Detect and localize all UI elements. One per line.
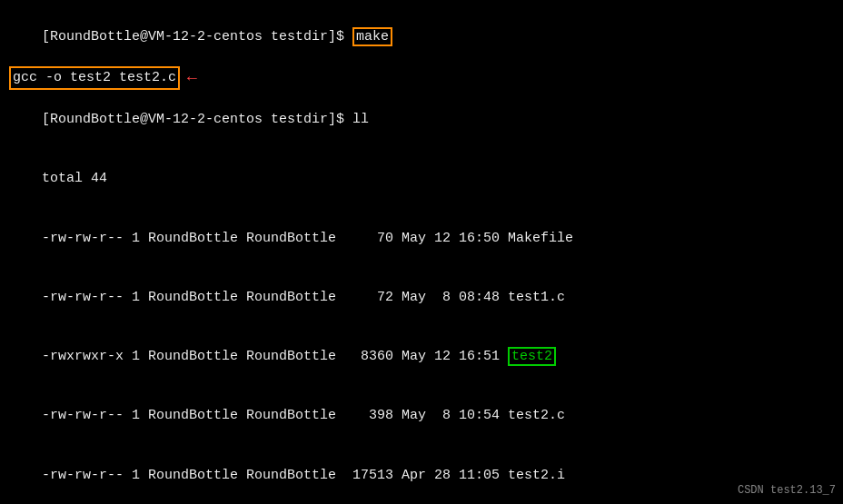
watermark: CSDN test2.13_7: [738, 483, 836, 499]
file-test2c: -rw-rw-r-- 1 RoundBottle RoundBottle 398…: [42, 408, 565, 423]
terminal: [RoundBottle@VM-12-2-centos testdir]$ ma…: [0, 0, 843, 504]
prompt-1: [RoundBottle@VM-12-2-centos testdir]$: [42, 29, 352, 44]
line-7: -rwxrwxr-x 1 RoundBottle RoundBottle 836…: [9, 327, 834, 386]
line-8: -rw-rw-r-- 1 RoundBottle RoundBottle 398…: [9, 387, 834, 446]
line-5: -rw-rw-r-- 1 RoundBottle RoundBottle 70 …: [9, 209, 834, 268]
line-1: [RoundBottle@VM-12-2-centos testdir]$ ma…: [9, 7, 834, 66]
cmd-make: make: [352, 27, 392, 46]
file-test2-name: test2: [508, 347, 556, 366]
line-2: gcc -o test2 test2.c ←: [9, 66, 834, 90]
line-6: -rw-rw-r-- 1 RoundBottle RoundBottle 72 …: [9, 268, 834, 327]
line-9: -rw-rw-r-- 1 RoundBottle RoundBottle 175…: [9, 446, 834, 504]
file-test2i: -rw-rw-r-- 1 RoundBottle RoundBottle 175…: [42, 468, 565, 483]
file-test1c: -rw-rw-r-- 1 RoundBottle RoundBottle 72 …: [42, 290, 565, 305]
arrow-1: ←: [187, 66, 197, 90]
line-3: [RoundBottle@VM-12-2-centos testdir]$ ll: [9, 90, 834, 149]
gcc-output: gcc -o test2 test2.c: [9, 66, 180, 90]
file-test2-prefix: -rwxrwxr-x 1 RoundBottle RoundBottle 836…: [42, 349, 508, 364]
line-4: total 44: [9, 150, 834, 209]
file-makefile: -rw-rw-r-- 1 RoundBottle RoundBottle 70 …: [42, 231, 573, 246]
total-44: total 44: [42, 171, 107, 186]
prompt-2: [RoundBottle@VM-12-2-centos testdir]$ ll: [42, 112, 369, 127]
